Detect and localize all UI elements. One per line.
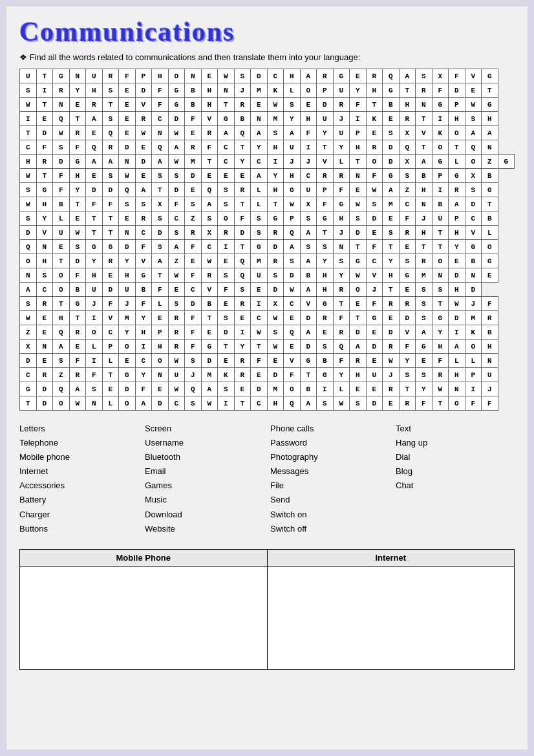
ws-cell: O: [350, 283, 367, 297]
ws-cell: S: [119, 197, 136, 211]
ws-cell: S: [185, 197, 202, 211]
ws-cell: B: [465, 254, 482, 268]
ws-cell: R: [36, 368, 53, 382]
ws-cell: R: [234, 354, 251, 368]
ws-cell: I: [86, 311, 103, 325]
ws-cell: F: [53, 183, 70, 197]
ws-cell: H: [53, 311, 70, 325]
ws-cell: H: [267, 183, 284, 197]
ws-cell: E: [366, 226, 383, 240]
ws-cell: T: [102, 211, 119, 226]
ws-cell: Z: [53, 368, 70, 382]
ws-cell: Y: [135, 311, 152, 325]
ws-cell: S: [218, 268, 235, 283]
ws-cell: T: [69, 112, 86, 126]
ws-cell: T: [86, 226, 103, 240]
ws-cell: T: [432, 396, 449, 411]
ws-cell: H: [69, 169, 86, 183]
ws-cell: S: [234, 283, 251, 297]
ws-cell: S: [399, 368, 416, 382]
ws-cell: U: [86, 283, 103, 297]
ws-cell: F: [465, 396, 482, 411]
ws-cell: I: [86, 354, 103, 368]
ws-cell: D: [135, 155, 152, 169]
ws-cell: I: [432, 112, 449, 126]
wordlist-item: Letters: [19, 422, 138, 436]
ws-cell: S: [416, 368, 433, 382]
ws-cell: E: [284, 311, 301, 325]
ws-cell: Q: [152, 140, 169, 155]
ws-cell: S: [168, 226, 185, 240]
ws-cell: R: [399, 226, 416, 240]
ws-cell: Q: [185, 382, 202, 396]
ws-cell: R: [234, 297, 251, 311]
ws-cell: S: [168, 297, 185, 311]
ws-cell: J: [119, 297, 136, 311]
ws-cell: E: [350, 382, 367, 396]
ws-cell: B: [185, 98, 202, 112]
instruction-text: Find all the words related to communicat…: [19, 52, 515, 62]
ws-cell: D: [383, 155, 400, 169]
ws-cell: A: [482, 126, 498, 140]
ws-cell: H: [350, 140, 367, 155]
ws-cell: E: [218, 297, 235, 311]
ws-cell: R: [482, 311, 498, 325]
ws-cell: Y: [251, 140, 268, 155]
ws-cell: F: [69, 354, 86, 368]
ws-cell: N: [482, 140, 498, 155]
ws-cell: N: [449, 382, 465, 396]
ws-cell: E: [366, 382, 383, 396]
ws-cell: R: [399, 297, 416, 311]
ws-cell: R: [366, 140, 383, 155]
ws-cell: G: [20, 382, 37, 396]
ws-cell: F: [284, 368, 301, 382]
ws-cell: V: [465, 226, 482, 240]
ws-cell: T: [333, 297, 350, 311]
ws-cell: U: [333, 126, 350, 140]
ws-cell: H: [366, 83, 383, 98]
ws-cell: R: [366, 69, 383, 83]
ws-cell: R: [218, 226, 235, 240]
wordlist-column: Phone callsPasswordPhotographyMessagesFi…: [270, 422, 389, 536]
ws-cell: N: [86, 396, 103, 411]
ws-cell: L: [465, 354, 482, 368]
ws-cell: E: [350, 297, 367, 311]
ws-cell: Q: [284, 325, 301, 340]
ws-cell: H: [152, 340, 169, 354]
ws-cell: E: [53, 240, 70, 254]
ws-cell: E: [218, 354, 235, 368]
wordsearch-container: UTGNURFPHONEWSDCHARGERQASXFVGSIRYHSEDFGB…: [19, 69, 515, 411]
ws-cell: Y: [416, 382, 433, 396]
ws-cell: M: [185, 155, 202, 169]
ws-cell: G: [465, 240, 482, 254]
ws-cell: R: [102, 69, 119, 83]
ws-cell: U: [119, 283, 136, 297]
ws-cell: F: [399, 340, 416, 354]
ws-cell: D: [102, 283, 119, 297]
ws-cell: A: [416, 155, 433, 169]
ws-cell: Y: [119, 254, 136, 268]
ws-cell: W: [135, 126, 152, 140]
wordlist-item: Photography: [270, 450, 389, 464]
ws-cell: Q: [20, 240, 37, 254]
ws-cell: V: [399, 325, 416, 340]
ws-cell: V: [135, 254, 152, 268]
ws-cell: E: [102, 382, 119, 396]
ws-cell: O: [482, 240, 498, 254]
ws-cell: H: [201, 98, 218, 112]
ws-cell: H: [119, 268, 136, 283]
ws-cell: H: [482, 112, 498, 126]
ws-cell: C: [366, 254, 383, 268]
ws-cell: M: [251, 254, 268, 268]
ws-cell: F: [36, 140, 53, 155]
ws-cell: D: [119, 382, 136, 396]
ws-cell: O: [53, 268, 70, 283]
ws-cell: P: [152, 325, 169, 340]
ws-cell: G: [383, 83, 400, 98]
ws-cell: E: [119, 211, 136, 226]
ws-cell: I: [432, 183, 449, 197]
ws-cell: G: [53, 69, 70, 83]
wordlist-item: Battery: [19, 493, 138, 507]
ws-cell: O: [53, 283, 70, 297]
ws-cell: B: [317, 354, 334, 368]
